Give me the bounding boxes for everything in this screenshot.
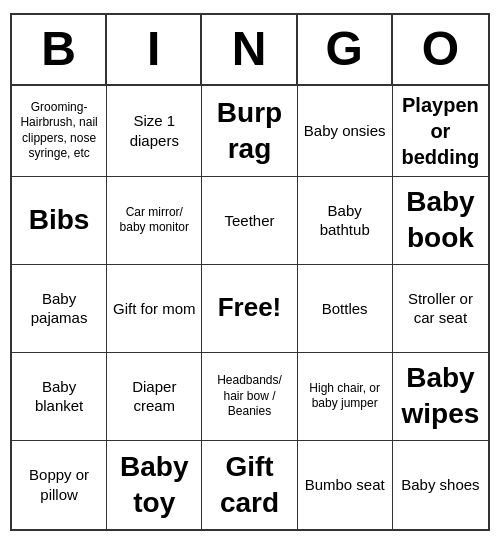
cell-text-7: Teether [224, 211, 274, 231]
bingo-cell-7[interactable]: Teether [202, 177, 297, 265]
bingo-cell-4[interactable]: Playpen or bedding [393, 86, 488, 177]
cell-text-20: Boppy or pillow [16, 465, 102, 504]
cell-text-17: Headbands/ hair bow / Beanies [206, 373, 292, 420]
bingo-cell-15[interactable]: Baby blanket [12, 353, 107, 441]
cell-text-6: Car mirror/ baby monitor [111, 205, 197, 236]
bingo-cell-23[interactable]: Bumbo seat [298, 441, 393, 529]
bingo-cell-12[interactable]: Free! [202, 265, 297, 353]
cell-text-24: Baby shoes [401, 475, 479, 495]
bingo-cell-9[interactable]: Baby book [393, 177, 488, 265]
bingo-grid: Grooming- Hairbrush, nail clippers, nose… [12, 86, 488, 529]
bingo-cell-6[interactable]: Car mirror/ baby monitor [107, 177, 202, 265]
cell-text-1: Size 1 diapers [111, 111, 197, 150]
bingo-cell-14[interactable]: Stroller or car seat [393, 265, 488, 353]
cell-text-19: Baby wipes [397, 360, 484, 433]
cell-text-2: Burp rag [206, 95, 292, 168]
bingo-cell-17[interactable]: Headbands/ hair bow / Beanies [202, 353, 297, 441]
bingo-cell-5[interactable]: Bibs [12, 177, 107, 265]
bingo-letter-b: B [12, 15, 107, 84]
cell-text-18: High chair, or baby jumper [302, 381, 388, 412]
bingo-cell-16[interactable]: Diaper cream [107, 353, 202, 441]
cell-text-22: Gift card [206, 449, 292, 522]
cell-text-9: Baby book [397, 184, 484, 257]
cell-text-13: Bottles [322, 299, 368, 319]
cell-text-12: Free! [218, 291, 282, 325]
bingo-cell-24[interactable]: Baby shoes [393, 441, 488, 529]
bingo-letter-g: G [298, 15, 393, 84]
cell-text-5: Bibs [29, 202, 90, 238]
cell-text-8: Baby bathtub [302, 201, 388, 240]
cell-text-16: Diaper cream [111, 377, 197, 416]
bingo-cell-21[interactable]: Baby toy [107, 441, 202, 529]
cell-text-14: Stroller or car seat [397, 289, 484, 328]
bingo-cell-19[interactable]: Baby wipes [393, 353, 488, 441]
bingo-header: BINGO [12, 15, 488, 86]
bingo-cell-1[interactable]: Size 1 diapers [107, 86, 202, 177]
cell-text-11: Gift for mom [113, 299, 196, 319]
bingo-cell-0[interactable]: Grooming- Hairbrush, nail clippers, nose… [12, 86, 107, 177]
bingo-cell-11[interactable]: Gift for mom [107, 265, 202, 353]
bingo-cell-20[interactable]: Boppy or pillow [12, 441, 107, 529]
bingo-letter-n: N [202, 15, 297, 84]
bingo-cell-13[interactable]: Bottles [298, 265, 393, 353]
bingo-cell-18[interactable]: High chair, or baby jumper [298, 353, 393, 441]
bingo-cell-2[interactable]: Burp rag [202, 86, 297, 177]
bingo-card: BINGO Grooming- Hairbrush, nail clippers… [10, 13, 490, 531]
bingo-letter-i: I [107, 15, 202, 84]
bingo-cell-10[interactable]: Baby pajamas [12, 265, 107, 353]
bingo-letter-o: O [393, 15, 488, 84]
bingo-cell-8[interactable]: Baby bathtub [298, 177, 393, 265]
cell-text-15: Baby blanket [16, 377, 102, 416]
cell-text-10: Baby pajamas [16, 289, 102, 328]
bingo-cell-3[interactable]: Baby onsies [298, 86, 393, 177]
cell-text-21: Baby toy [111, 449, 197, 522]
cell-text-0: Grooming- Hairbrush, nail clippers, nose… [16, 100, 102, 162]
cell-text-4: Playpen or bedding [397, 92, 484, 170]
cell-text-23: Bumbo seat [305, 475, 385, 495]
cell-text-3: Baby onsies [304, 121, 386, 141]
bingo-cell-22[interactable]: Gift card [202, 441, 297, 529]
